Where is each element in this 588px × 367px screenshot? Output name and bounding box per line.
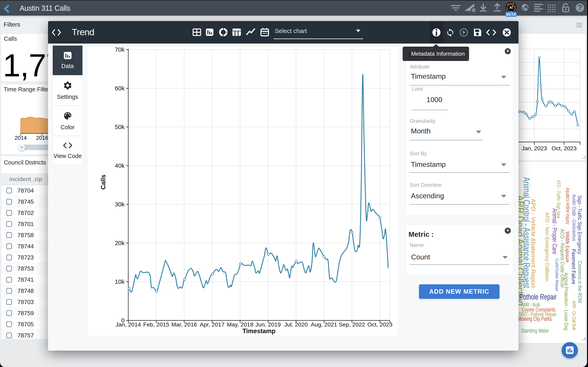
svg-text:Animal Protection - Loose Dog: Animal Protection - Loose Dog — [563, 273, 569, 330]
svg-text:Mowing City Parks: Mowing City Parks — [518, 316, 552, 322]
svg-text:Apr, 2017: Apr, 2017 — [200, 321, 225, 328]
svg-text:70k: 70k — [115, 46, 125, 53]
svg-text:Jun, 2019: Jun, 2019 — [255, 321, 281, 328]
svg-text:Curb/Gutter Repair: Curb/Gutter Repair — [555, 259, 559, 292]
svg-text:Sep, 2022: Sep, 2022 — [339, 321, 365, 328]
svg-text:60k: 60k — [115, 85, 125, 92]
svg-text:Jan, 2014: Jan, 2014 — [116, 321, 141, 328]
svg-text:Oct, 2023: Oct, 2023 — [552, 145, 577, 151]
svg-text:Oct, 2023: Oct, 2023 — [367, 321, 393, 328]
svg-text:Mar, 2016: Mar, 2016 — [171, 321, 197, 328]
svg-text:Jul, 2020: Jul, 2020 — [284, 321, 308, 328]
svg-text:Feb, 2015: Feb, 2015 — [143, 321, 169, 328]
svg-text:Calls: Calls — [100, 175, 107, 190]
svg-text:ARR - On Call Bulk: ARR - On Call Bulk — [571, 301, 577, 330]
svg-text:Austin Code - Coronavirus: Austin Code - Coronavirus — [571, 194, 577, 241]
svg-text:20k: 20k — [115, 240, 125, 246]
svg-text:APD - Vehicle Abatement Report: APD - Vehicle Abatement Report — [530, 199, 537, 288]
svg-text:Timestamp: Timestamp — [242, 327, 275, 334]
svg-text:Standing Water: Standing Water — [521, 327, 549, 334]
svg-text:Pavement Failure: Pavement Failure — [571, 249, 577, 284]
svg-text:Jan, 2023: Jan, 2023 — [521, 145, 547, 151]
svg-text:40k: 40k — [115, 162, 125, 169]
svg-text:Sign - Traffic Sign Emergency: Sign - Traffic Sign Emergency — [577, 195, 583, 254]
svg-text:Aug, 2021: Aug, 2021 — [311, 321, 337, 328]
svg-text:APD - Non Emergency Collision: APD - Non Emergency Collision — [544, 212, 550, 281]
svg-text:AI: AI — [509, 6, 513, 9]
svg-text:Concerns in the ROW: Concerns in the ROW — [577, 261, 583, 303]
svg-text:Pothole Repair: Pothole Repair — [519, 293, 557, 301]
svg-text:10k: 10k — [115, 278, 125, 285]
svg-text:30k: 30k — [115, 201, 125, 208]
svg-text:50k: 50k — [115, 124, 125, 130]
svg-text:May, 2018: May, 2018 — [227, 321, 253, 328]
svg-text:BETA: BETA — [506, 13, 516, 17]
svg-text:Animal - Proper Care: Animal - Proper Care — [551, 209, 558, 254]
svg-text:Aquatics Hotline Inquiry: Aquatics Hotline Inquiry — [565, 188, 571, 224]
svg-text:?: ? — [578, 3, 582, 12]
